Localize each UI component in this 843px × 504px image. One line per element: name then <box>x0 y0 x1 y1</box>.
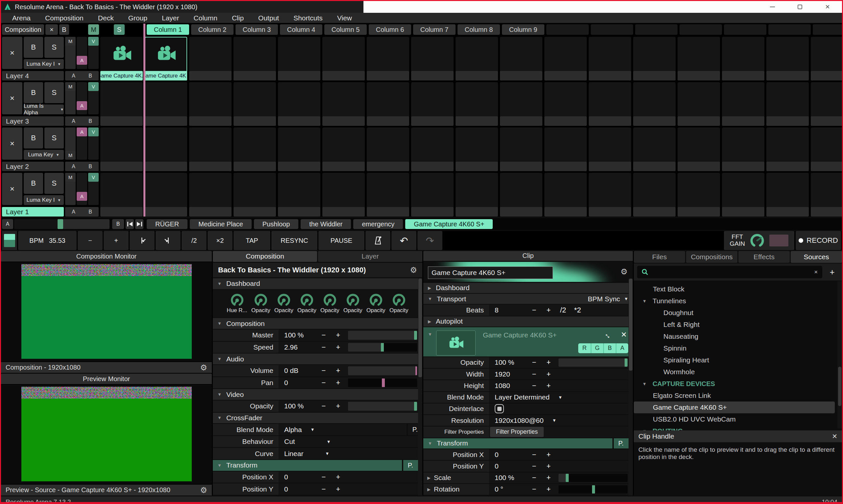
clip-cell-empty[interactable] <box>367 82 409 126</box>
composition-remove-button[interactable]: × <box>46 24 58 35</box>
clip-panel-scrollbar[interactable] <box>629 278 633 496</box>
dashboard-knob[interactable]: Opacity <box>320 293 340 314</box>
layer-mute-strip[interactable]: M <box>65 82 76 114</box>
layer-audio-button[interactable]: A <box>76 101 87 110</box>
clip-cell-empty[interactable] <box>677 82 720 126</box>
deck-tab-emergency[interactable]: emergency <box>353 219 403 229</box>
channel-r-button[interactable]: R <box>578 343 591 353</box>
clip-cell-empty[interactable] <box>722 173 764 217</box>
nudge-forward-button[interactable] <box>156 231 180 250</box>
list-item[interactable]: USB2.0 HD UVC WebCam <box>634 413 842 425</box>
fft-gain-knob[interactable] <box>750 233 765 248</box>
layer-mute-strip[interactable]: M <box>65 173 76 205</box>
clear-search-icon[interactable]: × <box>814 269 818 276</box>
crossfader-b-button[interactable]: B <box>112 219 124 229</box>
slider-handle[interactable] <box>381 343 384 352</box>
list-item[interactable]: Spiraling Heart <box>634 354 842 366</box>
assign-a-button[interactable]: A <box>72 118 75 124</box>
autopilot-section-header[interactable]: ▶Autopilot <box>423 317 633 327</box>
clip-cell-empty[interactable] <box>811 173 842 217</box>
layer-mute-button[interactable]: M <box>65 151 76 160</box>
menu-output[interactable]: Output <box>252 14 285 22</box>
dashboard-knob[interactable]: Hue R... <box>227 293 247 314</box>
gear-icon[interactable]: ⚙ <box>410 266 417 275</box>
tab-compositions[interactable]: Compositions <box>686 251 737 263</box>
layer-mute-button[interactable]: M <box>65 173 76 182</box>
layer-clear-button[interactable]: × <box>2 127 22 160</box>
minimize-button[interactable] <box>769 4 776 10</box>
clip-source-thumbnail[interactable] <box>436 330 476 356</box>
layer-audio-strip[interactable]: A <box>76 173 87 205</box>
clip-cell-empty[interactable] <box>145 173 187 217</box>
decrement-button[interactable]: − <box>527 449 541 460</box>
clip-cell-empty[interactable] <box>767 82 809 126</box>
gear-icon[interactable]: ⚙ <box>200 486 207 495</box>
layer-mute-strip[interactable]: M <box>65 127 76 160</box>
speed-value[interactable]: 2.96 <box>279 342 316 353</box>
decrement-button[interactable]: − <box>527 368 541 379</box>
beats-value[interactable]: 8 <box>490 305 527 316</box>
position-y-value[interactable]: 0 <box>490 461 527 471</box>
collapse-icon[interactable]: ▼ <box>428 332 432 357</box>
decrement-button[interactable]: − <box>316 400 331 412</box>
dashboard-knob[interactable]: Opacity <box>366 293 385 314</box>
position-x-value[interactable]: 0 <box>490 449 527 460</box>
clip-cell-empty[interactable] <box>411 82 453 126</box>
clip-cell-empty[interactable] <box>234 127 276 171</box>
bpm-increase-button[interactable]: + <box>104 231 128 250</box>
layer-solo-button[interactable]: S <box>45 173 64 194</box>
decrement-button[interactable]: − <box>527 472 541 483</box>
clip-cell-empty[interactable] <box>100 173 143 217</box>
increment-button[interactable]: + <box>331 329 345 341</box>
clip-cell-empty[interactable] <box>278 127 320 171</box>
master-slider[interactable] <box>348 331 417 340</box>
menu-clip[interactable]: Clip <box>226 14 250 22</box>
deck-tab-pushloop[interactable]: Pushloop <box>254 219 298 229</box>
tab-sources[interactable]: Sources <box>791 251 842 263</box>
dashboard-knob[interactable]: Opacity <box>274 293 293 314</box>
layer-clear-button[interactable]: × <box>2 37 22 69</box>
menu-view[interactable]: View <box>331 14 358 22</box>
tab-layer[interactable]: Layer <box>318 251 422 262</box>
list-item[interactable]: Elgato Screen Link <box>634 390 842 401</box>
clip-cell-empty[interactable] <box>767 37 809 80</box>
composition-button[interactable]: Composition <box>2 24 44 35</box>
width-value[interactable]: 1920 <box>490 368 527 379</box>
pan-slider[interactable] <box>348 378 417 388</box>
clip-slot-game-capture-active[interactable]: Game Capture 4K... <box>145 37 187 80</box>
opacity-value[interactable]: 100 % <box>490 357 527 368</box>
crossfader-a-button[interactable]: A <box>2 219 13 229</box>
opacity-slider[interactable] <box>348 402 417 411</box>
slider-handle[interactable] <box>382 378 385 388</box>
clip-cell-empty[interactable] <box>589 37 631 80</box>
slider-handle[interactable] <box>592 485 595 493</box>
clip-cell-empty[interactable] <box>544 82 587 126</box>
decrement-button[interactable]: − <box>316 377 331 389</box>
close-icon[interactable]: ✕ <box>832 432 838 440</box>
volume-value[interactable]: 0 dB <box>279 365 316 377</box>
clip-cell-empty[interactable] <box>234 82 276 126</box>
clip-name-input[interactable] <box>428 267 553 279</box>
blend-mode-dropdown[interactable]: Layer Determined▼ <box>490 392 575 403</box>
clip-cell-empty[interactable] <box>278 82 320 126</box>
list-item[interactable]: Text Block <box>634 283 842 295</box>
expand-icon[interactable]: ↔ <box>602 329 615 341</box>
increment-button[interactable]: + <box>331 365 345 377</box>
tap-button[interactable]: TAP <box>234 231 270 250</box>
clip-cell-empty[interactable] <box>367 37 409 80</box>
clip-transform-header[interactable]: ▼TransformP. <box>423 438 633 449</box>
clip-cell-empty[interactable] <box>589 82 631 126</box>
clip-cell-empty[interactable] <box>677 127 720 171</box>
crossfader-track[interactable] <box>14 219 109 229</box>
clip-cell-empty[interactable] <box>589 127 631 171</box>
increment-button[interactable]: + <box>541 305 556 316</box>
decrement-button[interactable]: − <box>527 380 541 391</box>
pause-button[interactable]: PAUSE <box>319 231 364 250</box>
channel-g-button[interactable]: G <box>591 343 603 353</box>
increment-button[interactable]: + <box>331 342 345 353</box>
increment-button[interactable]: + <box>331 400 345 412</box>
behaviour-dropdown[interactable]: Cut▼ <box>279 436 365 448</box>
clip-cell-empty[interactable] <box>455 173 498 217</box>
resync-button[interactable]: RESYNC <box>271 231 317 250</box>
dashboard-section-header[interactable]: ▼Dashboard <box>213 278 422 289</box>
